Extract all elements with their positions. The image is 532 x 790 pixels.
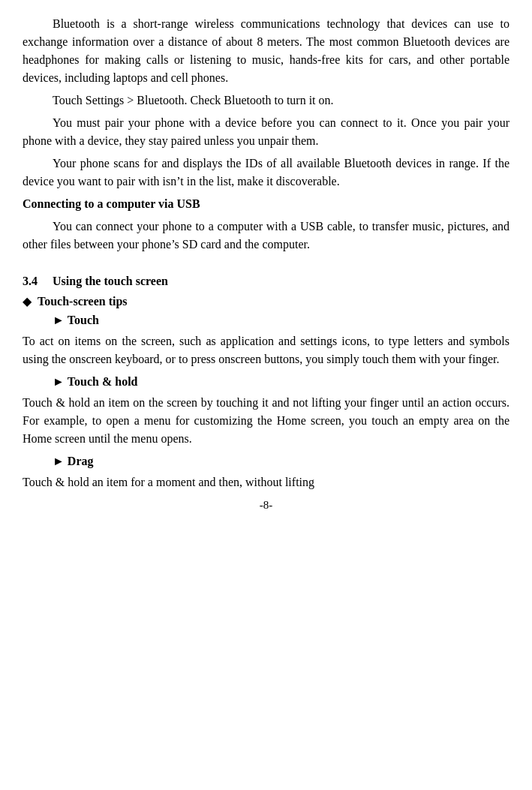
section-gap xyxy=(23,258,509,272)
arrow2-icon: ► xyxy=(53,375,65,388)
diamond-icon: ◆ xyxy=(23,294,32,308)
page-content: Bluetooth is a short-range wireless comm… xyxy=(23,15,509,512)
arrow-icon: ► xyxy=(53,314,65,326)
touchscreen-tips-label: Touch-screen tips xyxy=(38,295,128,308)
drag-heading-text: Drag xyxy=(68,455,94,467)
intro-para2: Touch Settings > Bluetooth. Check Blueto… xyxy=(23,92,509,110)
arrow3-icon: ► xyxy=(53,455,65,467)
drag-subheading: ►Drag xyxy=(23,452,509,470)
section-34-num: 3.4 xyxy=(23,275,38,288)
touch-heading-text: Touch xyxy=(68,314,99,326)
touchhold-subheading: ►Touch & hold xyxy=(23,373,509,391)
touchscreen-tips-item: ◆ Touch-screen tips xyxy=(23,294,509,308)
intro-para4: Your phone scans for and displays the ID… xyxy=(23,155,509,191)
intro-para3: You must pair your phone with a device b… xyxy=(23,114,509,150)
page-number: -8- xyxy=(23,499,509,512)
usb-heading: Connecting to a computer via USB xyxy=(23,195,509,213)
touchhold-para: Touch & hold an item on the screen by to… xyxy=(23,394,509,448)
intro-para1: Bluetooth is a short-range wireless comm… xyxy=(23,15,509,87)
touchhold-heading-text: Touch & hold xyxy=(68,375,138,388)
section-34-header: 3.4 Using the touch screen xyxy=(23,275,509,288)
section-34-title: Using the touch screen xyxy=(53,275,168,288)
drag-para: Touch & hold an item for a moment and th… xyxy=(23,473,509,491)
touch-para: To act on items on the screen, such as a… xyxy=(23,332,509,368)
touch-subheading: ►Touch xyxy=(23,311,509,329)
usb-para: You can connect your phone to a computer… xyxy=(23,218,509,254)
